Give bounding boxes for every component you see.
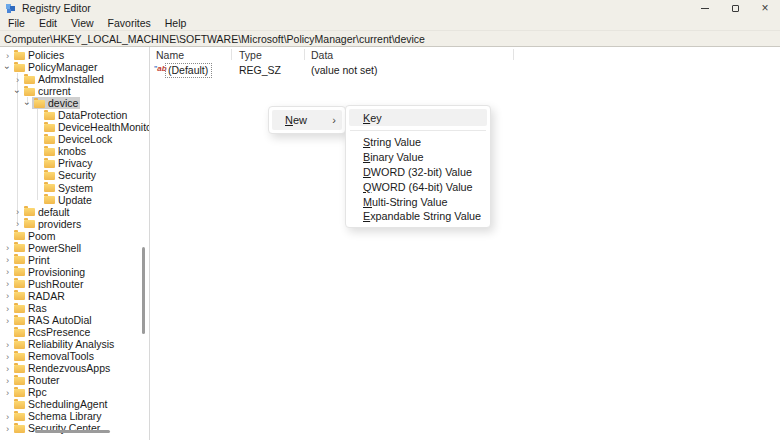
tree-item[interactable]: PolicyManager xyxy=(0,61,149,73)
tree-item[interactable]: Privacy xyxy=(0,157,149,169)
column-separator[interactable] xyxy=(513,49,514,60)
tree-item[interactable]: Router xyxy=(0,374,149,386)
tree-item[interactable]: knobs xyxy=(0,145,149,157)
submenu-item[interactable]: Expandable String Value xyxy=(349,209,487,224)
tree-item[interactable]: Security xyxy=(0,169,149,181)
chevron-icon[interactable] xyxy=(3,242,12,253)
tree-item-content: Update xyxy=(42,194,94,206)
tree-item[interactable]: Provisioning xyxy=(0,266,149,278)
value-name[interactable]: (Default) xyxy=(165,63,212,78)
chevron-icon[interactable] xyxy=(3,266,12,277)
chevron-icon[interactable] xyxy=(3,278,12,289)
tree-item-content: Router xyxy=(12,374,62,386)
tree-item-label: current xyxy=(38,85,71,97)
tree-item[interactable]: SchedulingAgent xyxy=(0,398,149,410)
column-separator[interactable] xyxy=(304,49,305,60)
submenu-item[interactable]: QWORD (64-bit) Value xyxy=(349,179,487,194)
chevron-icon[interactable] xyxy=(3,351,12,362)
menubar-item[interactable]: File xyxy=(1,17,32,29)
menubar-item[interactable]: Help xyxy=(158,17,194,29)
chevron-icon[interactable] xyxy=(3,423,12,434)
tree-item[interactable]: DeviceHealthMonitori xyxy=(0,121,149,133)
menubar-item[interactable]: Edit xyxy=(32,17,64,29)
folder-icon xyxy=(14,425,25,433)
submenu-item[interactable] xyxy=(350,130,486,131)
chevron-icon[interactable] xyxy=(3,254,12,265)
folder-icon xyxy=(14,389,25,397)
column-separator[interactable] xyxy=(231,49,232,60)
submenu-item[interactable]: Binary Value xyxy=(349,150,487,165)
tree-item[interactable]: RcsPresence xyxy=(0,326,149,338)
tree-item[interactable]: AdmxInstalled xyxy=(0,73,149,85)
column-header-data[interactable]: Data xyxy=(311,49,333,61)
tree-vertical-scrollbar[interactable] xyxy=(142,247,145,334)
folder-icon xyxy=(44,160,55,168)
tree-item[interactable]: device xyxy=(0,97,149,109)
tree-item[interactable]: Schema Library xyxy=(0,410,149,422)
tree-item[interactable]: Rpc xyxy=(0,386,149,398)
address-bar[interactable]: Computer\HKEY_LOCAL_MACHINE\SOFTWARE\Mic… xyxy=(0,30,780,47)
tree-item[interactable]: current xyxy=(0,85,149,97)
tree-item[interactable]: Reliability Analysis xyxy=(0,338,149,350)
menubar-item[interactable]: Favorites xyxy=(101,17,158,29)
tree-item[interactable]: Poom xyxy=(0,230,149,242)
tree-item[interactable]: default xyxy=(0,206,149,218)
tree-item[interactable]: Print xyxy=(0,254,149,266)
tree-item[interactable]: Ras xyxy=(0,302,149,314)
chevron-icon[interactable] xyxy=(3,411,12,422)
value-row[interactable]: ab (Default) REG_SZ (value not set) xyxy=(150,63,780,76)
tree-item-label: RendezvousApps xyxy=(28,362,110,374)
window-controls: × xyxy=(690,0,780,16)
folder-icon xyxy=(24,220,35,228)
tree-item-content: RendezvousApps xyxy=(12,362,112,374)
minimize-icon xyxy=(701,8,709,9)
submenu-item[interactable]: DWORD (32-bit) Value xyxy=(349,165,487,180)
chevron-icon[interactable] xyxy=(3,339,12,350)
chevron-icon[interactable] xyxy=(3,303,12,314)
tree-item[interactable]: RendezvousApps xyxy=(0,362,149,374)
tree-item[interactable]: Policies xyxy=(0,49,149,61)
tree-item[interactable]: PowerShell xyxy=(0,242,149,254)
column-header-name[interactable]: Name xyxy=(156,49,184,61)
chevron-icon[interactable] xyxy=(13,74,22,85)
submenu-item[interactable]: Multi-String Value xyxy=(349,194,487,209)
menubar-item[interactable]: View xyxy=(64,17,101,29)
tree-item[interactable]: DataProtection xyxy=(0,109,149,121)
minimize-button[interactable] xyxy=(690,0,720,16)
chevron-icon[interactable] xyxy=(3,315,12,326)
chevron-icon[interactable] xyxy=(3,290,12,301)
context-menu: New › xyxy=(268,106,346,134)
tree-item-label: Rpc xyxy=(28,386,47,398)
chevron-icon[interactable] xyxy=(13,218,22,229)
submenu-arrow-icon: › xyxy=(332,114,336,126)
submenu-item[interactable]: String Value xyxy=(349,135,487,150)
submenu-item[interactable]: Key xyxy=(349,109,487,126)
folder-icon xyxy=(14,256,25,264)
chevron-icon[interactable] xyxy=(3,375,12,386)
tree-item[interactable]: DeviceLock xyxy=(0,133,149,145)
maximize-button[interactable] xyxy=(720,0,750,16)
maximize-icon xyxy=(732,5,739,12)
chevron-icon[interactable] xyxy=(2,63,13,72)
tree-item[interactable]: RAS AutoDial xyxy=(0,314,149,326)
tree-item[interactable]: Update xyxy=(0,194,149,206)
context-menu-item-new[interactable]: New › xyxy=(272,110,342,130)
tree-item[interactable]: RADAR xyxy=(0,290,149,302)
tree-item-label: RADAR xyxy=(28,290,65,302)
column-header-type[interactable]: Type xyxy=(239,49,262,61)
tree-item[interactable]: System xyxy=(0,182,149,194)
chevron-icon[interactable] xyxy=(3,387,12,398)
tree-item-content: PushRouter xyxy=(12,278,85,290)
tree-item[interactable]: providers xyxy=(0,218,149,230)
chevron-icon[interactable] xyxy=(12,87,23,96)
tree-item[interactable]: PushRouter xyxy=(0,278,149,290)
tree-item-content: SchedulingAgent xyxy=(12,398,109,410)
chevron-icon[interactable] xyxy=(3,50,12,61)
tree-item-content: Policies xyxy=(12,49,66,61)
chevron-icon[interactable] xyxy=(3,363,12,374)
tree-item[interactable]: RemovalTools xyxy=(0,350,149,362)
chevron-icon[interactable] xyxy=(22,99,33,108)
close-button[interactable]: × xyxy=(750,0,780,16)
chevron-icon[interactable] xyxy=(13,206,22,217)
tree-horizontal-scrollbar[interactable] xyxy=(35,430,110,433)
